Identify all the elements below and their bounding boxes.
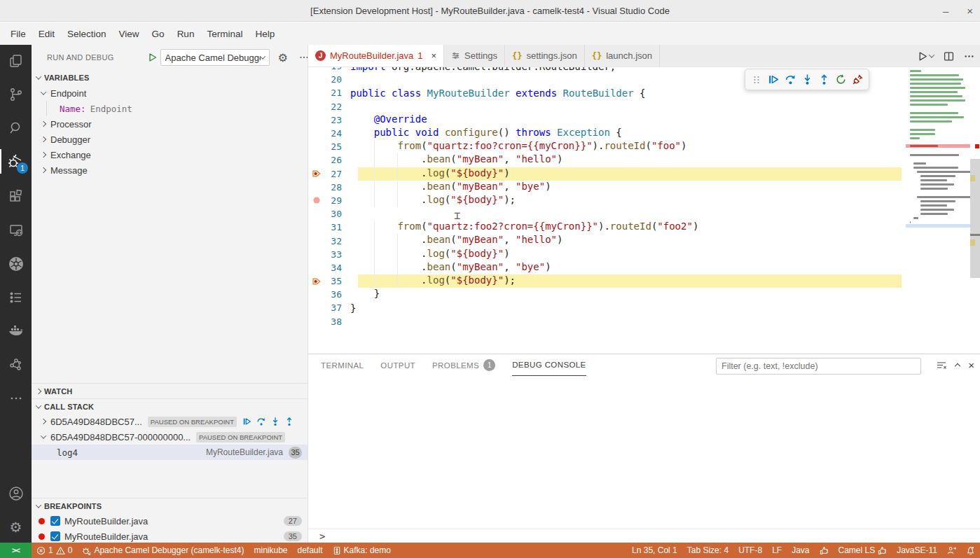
start-debug-icon[interactable]	[148, 53, 158, 62]
run-file-button[interactable]	[918, 51, 934, 62]
code-line-36[interactable]: 36}	[308, 288, 980, 301]
tab-settings[interactable]: Settings	[444, 45, 505, 67]
call-stack-section-header[interactable]: CALL STACK	[32, 398, 308, 414]
kubernetes-icon[interactable]	[0, 248, 32, 279]
notifications-bell-icon[interactable]	[961, 543, 980, 558]
variable-debugger[interactable]: Debugger	[32, 132, 308, 147]
variables-section-header[interactable]: VARIABLES	[32, 70, 308, 85]
code-line-33[interactable]: 33.log("${body}")	[308, 248, 980, 261]
overview-ruler-scrollbar[interactable]	[970, 67, 980, 354]
disconnect-icon[interactable]	[850, 72, 865, 88]
explorer-icon[interactable]	[0, 45, 32, 76]
remote-explorer-icon[interactable]	[0, 214, 32, 246]
test-explorer-icon[interactable]	[0, 281, 32, 313]
indentation-status[interactable]: Tab Size: 4	[682, 543, 733, 558]
code-line-29[interactable]: 29.log("${body}");	[308, 194, 980, 207]
menu-help[interactable]: Help	[249, 26, 281, 42]
code-line-21[interactable]: 21public class MyRouteBuilder extends Ro…	[308, 86, 980, 99]
step-over-icon[interactable]	[256, 417, 266, 426]
code-editor[interactable]: 19import org.apache.camel.builder.RouteB…	[308, 67, 980, 354]
call-stack-session-2[interactable]: 6D5A49D848DBC57-000000000... PAUSED ON B…	[32, 429, 308, 445]
close-icon[interactable]: ×	[431, 50, 436, 61]
step-out-icon[interactable]	[816, 72, 831, 88]
menu-edit[interactable]: Edit	[32, 26, 61, 42]
breakpoint-gutter[interactable]	[308, 113, 325, 127]
variable-processor[interactable]: Processor	[32, 116, 308, 132]
continue-icon[interactable]	[766, 72, 781, 88]
tab-problems[interactable]: PROBLEMS 1	[432, 354, 495, 376]
problems-status[interactable]: 1 0	[32, 543, 77, 558]
menu-run[interactable]: Run	[171, 26, 201, 42]
breakpoint-gutter[interactable]	[308, 73, 325, 86]
integrations-icon[interactable]	[0, 349, 32, 380]
breakpoint-gutter[interactable]	[308, 140, 325, 153]
code-line-27[interactable]: 27.log("${body}")	[308, 167, 980, 181]
language-status-ok-icon[interactable]	[815, 543, 834, 558]
breakpoint-gutter[interactable]	[308, 301, 325, 314]
restart-icon[interactable]	[833, 72, 848, 88]
toolbar-drag-handle[interactable]	[749, 72, 764, 88]
breakpoint-item-27[interactable]: MyRouteBuilder.java 27	[32, 513, 308, 529]
code-line-37[interactable]: 37}	[308, 301, 980, 314]
feedback-icon[interactable]	[942, 543, 961, 558]
variable-endpoint-name[interactable]: Name: Endpoint	[32, 101, 308, 116]
breakpoint-gutter[interactable]	[308, 315, 325, 328]
menu-terminal[interactable]: Terminal	[200, 26, 249, 42]
source-control-icon[interactable]	[0, 78, 32, 110]
code-line-38[interactable]: 38	[308, 315, 980, 328]
breakpoint-checkbox[interactable]	[50, 531, 60, 541]
eol-status[interactable]: LF	[767, 543, 787, 558]
tab-debug-console[interactable]: DEBUG CONSOLE	[512, 354, 586, 376]
tab-output[interactable]: OUTPUT	[380, 354, 415, 376]
code-line-35[interactable]: 35.log("${body}");	[308, 274, 980, 288]
step-out-icon[interactable]	[284, 417, 294, 426]
sidebar-more-actions-icon[interactable]	[296, 50, 308, 65]
code-line-19[interactable]: 19import org.apache.camel.builder.RouteB…	[308, 67, 980, 73]
debug-console-filter-input[interactable]	[716, 358, 921, 375]
minimap[interactable]	[906, 67, 970, 354]
search-icon[interactable]	[0, 112, 32, 144]
step-over-icon[interactable]	[782, 72, 798, 88]
tab-terminal[interactable]: TERMINAL	[321, 354, 364, 376]
breakpoint-gutter[interactable]	[308, 234, 325, 247]
variable-message[interactable]: Message	[32, 162, 308, 178]
variable-endpoint[interactable]: Endpoint	[32, 85, 308, 101]
breakpoint-gutter[interactable]	[308, 261, 325, 274]
breakpoint-gutter[interactable]	[308, 181, 325, 194]
launch-config-select[interactable]: Apache Camel Debugger	[160, 49, 270, 66]
cursor-position-status[interactable]: Ln 35, Col 1	[627, 543, 682, 558]
breakpoint-gutter[interactable]	[308, 100, 325, 113]
call-stack-frame-log4[interactable]: log4 MyRouteBuilder.java 35	[32, 445, 308, 460]
encoding-status[interactable]: UTF-8	[733, 543, 767, 558]
debug-settings-gear-icon[interactable]: ⚙	[275, 50, 291, 65]
jdk-status[interactable]: JavaSE-11	[892, 543, 942, 558]
code-line-34[interactable]: 34.bean("myBean", "bye")	[308, 261, 980, 274]
code-line-20[interactable]: 20	[308, 73, 980, 86]
code-line-22[interactable]: 22	[308, 100, 980, 113]
watch-section-header[interactable]: WATCH	[32, 383, 308, 398]
breakpoint-gutter[interactable]	[308, 221, 325, 234]
language-status[interactable]: Java	[787, 543, 814, 558]
code-line-26[interactable]: 26.bean("myBean", "hello")	[308, 153, 980, 167]
tab-settings-json[interactable]: {} settings.json	[505, 45, 585, 67]
close-panel-icon[interactable]: ×	[968, 359, 974, 371]
camel-ls-status[interactable]: Camel LS	[834, 543, 892, 558]
breakpoint-gutter[interactable]	[308, 153, 325, 167]
breakpoint-glyph-icon[interactable]	[308, 194, 325, 207]
code-line-32[interactable]: 32.bean("myBean", "hello")	[308, 234, 980, 247]
minimize-button[interactable]: –	[943, 5, 948, 17]
breakpoint-glyph-icon[interactable]	[308, 167, 325, 181]
breakpoint-item-35[interactable]: MyRouteBuilder.java 35	[32, 529, 308, 543]
code-line-28[interactable]: 28.bean("myBean", "bye")	[308, 181, 980, 194]
breakpoint-glyph-icon[interactable]	[308, 274, 325, 288]
breakpoint-gutter[interactable]	[308, 67, 325, 73]
docker-icon[interactable]	[0, 315, 32, 347]
remote-indicator[interactable]: ><	[0, 543, 32, 558]
more-views-icon[interactable]	[0, 382, 32, 414]
code-line-25[interactable]: 25from("quartz:foo?cron={{myCron}}").rou…	[308, 140, 980, 153]
kafka-status[interactable]: Kafka: demo	[328, 543, 396, 558]
call-stack-session-1[interactable]: 6D5A49D848DBC57... PAUSED ON BREAKPOINT	[32, 414, 308, 429]
breakpoint-gutter[interactable]	[308, 207, 325, 221]
debug-console-input[interactable]: >	[308, 529, 980, 543]
breakpoint-gutter[interactable]	[308, 127, 325, 140]
